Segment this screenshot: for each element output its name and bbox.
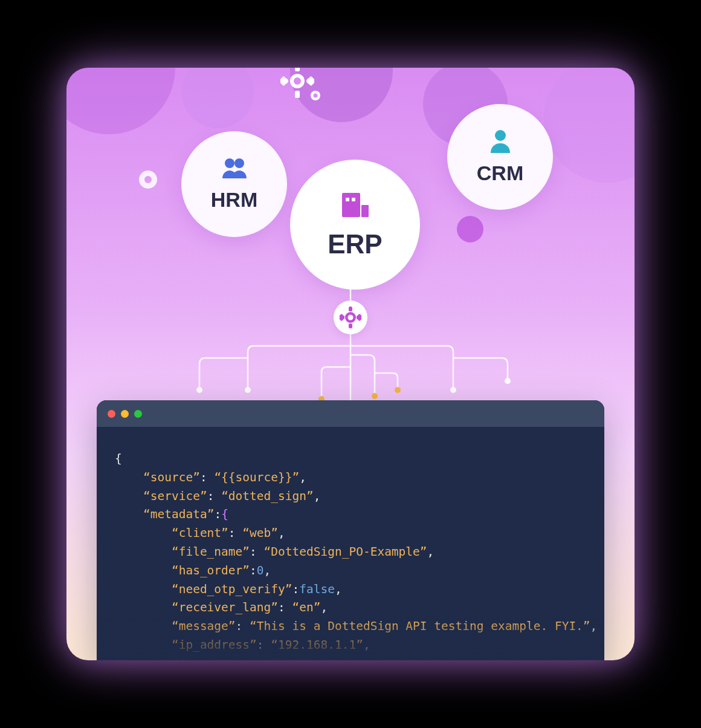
- code-line: “message”: “This is a DottedSign API tes…: [115, 617, 586, 636]
- deco-circle: [66, 68, 175, 134]
- deco-circle: [181, 68, 254, 128]
- svg-rect-18: [352, 198, 355, 201]
- svg-point-25: [372, 393, 378, 399]
- person-icon: [488, 129, 512, 159]
- glow-container: HRM CRM ERP: [30, 31, 671, 697]
- code-line: “metadata”:{: [115, 505, 586, 524]
- code-line: “source”: “{{source}}”,: [115, 469, 586, 487]
- svg-rect-17: [346, 198, 349, 201]
- svg-point-21: [196, 387, 202, 393]
- deco-circle: [457, 216, 483, 242]
- hrm-bubble: HRM: [181, 131, 287, 237]
- svg-point-27: [450, 387, 456, 393]
- code-line: {: [115, 450, 586, 469]
- deco-circle: [544, 68, 635, 183]
- erp-label: ERP: [328, 229, 382, 259]
- svg-rect-2: [295, 91, 300, 98]
- users-icon: [219, 157, 250, 186]
- code-line: “service”: “dotted_sign”,: [115, 487, 586, 506]
- gear-icon: [334, 301, 367, 334]
- svg-point-12: [225, 158, 234, 168]
- svg-rect-15: [342, 193, 360, 217]
- code-line: “has_order”:0,: [115, 562, 586, 580]
- building-icon: [340, 190, 371, 226]
- gears-top-icon: [278, 68, 332, 112]
- close-icon[interactable]: [108, 410, 115, 418]
- erp-bubble: ERP: [290, 160, 420, 290]
- svg-point-28: [505, 378, 511, 384]
- svg-point-13: [234, 158, 244, 168]
- svg-point-14: [495, 130, 506, 141]
- deco-ring-icon: [139, 171, 157, 189]
- svg-rect-31: [349, 323, 352, 328]
- illustration-card: HRM CRM ERP: [66, 68, 635, 660]
- code-line: “client”: “web”,: [115, 524, 586, 543]
- svg-point-9: [294, 77, 301, 85]
- crm-label: CRM: [477, 161, 523, 185]
- code-line: “file_name”: “DottedSign_PO-Example”,: [115, 543, 586, 562]
- code-line: “forget_remind”: false,: [115, 655, 586, 660]
- crm-bubble: CRM: [447, 104, 553, 210]
- code-window: { “source”: “{{source}}”, “service”: “do…: [97, 400, 604, 660]
- svg-point-26: [395, 387, 401, 393]
- window-titlebar: [97, 400, 604, 427]
- code-body: { “source”: “{{source}}”, “service”: “do…: [97, 427, 604, 660]
- svg-point-11: [314, 94, 318, 98]
- svg-point-38: [348, 315, 354, 320]
- minimize-icon[interactable]: [121, 410, 129, 418]
- code-line: “receiver_lang”: “en”,: [115, 599, 586, 617]
- zoom-icon[interactable]: [134, 410, 142, 418]
- svg-point-22: [245, 387, 251, 393]
- code-line: “need_otp_verify”:false,: [115, 580, 586, 599]
- svg-rect-16: [361, 205, 369, 217]
- svg-rect-1: [295, 68, 300, 71]
- svg-rect-30: [349, 307, 352, 311]
- hrm-label: HRM: [211, 188, 257, 212]
- code-line: “ip_address”: “192.168.1.1”,: [115, 636, 586, 655]
